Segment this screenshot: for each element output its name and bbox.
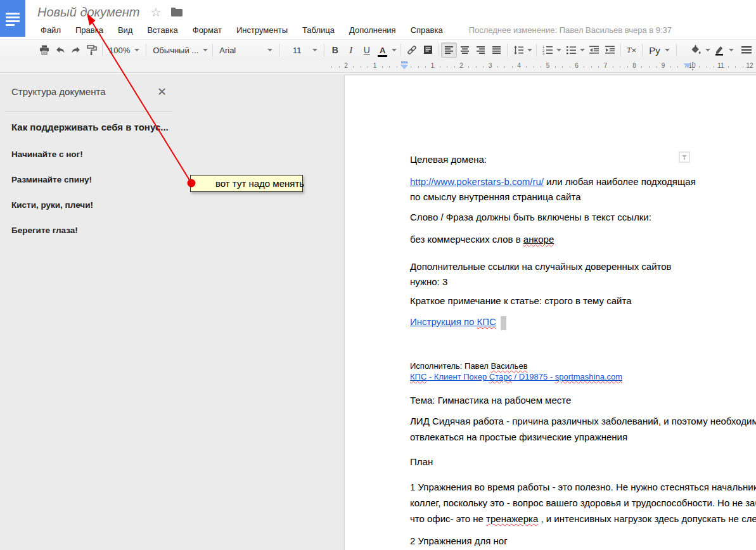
toolbar-separator <box>324 44 324 56</box>
menu-view[interactable]: Вид <box>115 23 136 37</box>
insert-comment-button[interactable] <box>420 42 435 58</box>
toolbar-separator <box>620 44 621 56</box>
font-size-select[interactable]: 11 <box>282 42 321 58</box>
redo-button[interactable] <box>68 42 84 58</box>
menu-help[interactable]: Справка <box>408 23 445 37</box>
decrease-indent-button[interactable] <box>586 42 602 58</box>
chevron-down-icon <box>203 49 208 51</box>
doc-line: отвлекаться на простые физические упражн… <box>410 431 627 444</box>
more-options-button[interactable] <box>739 42 755 58</box>
bold-glyph: B <box>332 45 338 55</box>
menu-tools[interactable]: Инструменты <box>234 23 290 37</box>
collaborator-selection <box>501 316 506 330</box>
text-color-button[interactable]: A <box>375 42 390 58</box>
font-value: Arial <box>219 46 263 55</box>
text-color-icon: A <box>377 46 388 55</box>
print-button[interactable] <box>36 42 52 58</box>
doc-line: по смыслу внутренняя страница сайта <box>410 191 581 203</box>
line-spacing-button[interactable] <box>510 42 526 58</box>
toolbar-separator <box>536 44 537 56</box>
misspelled-word: КПС <box>410 372 426 381</box>
app-header: Новый документ ☆ Файл Правка Вид Вставка… <box>0 0 756 39</box>
insert-link-button[interactable] <box>404 42 420 58</box>
outline-item[interactable]: Берегите глаза! <box>11 226 78 235</box>
line-spacing-dropdown[interactable] <box>526 42 534 58</box>
clear-formatting-button[interactable]: T✕ <box>624 42 639 58</box>
numbered-list-dropdown[interactable] <box>555 42 563 58</box>
highlight-color-button[interactable] <box>712 42 727 58</box>
bulleted-list-dropdown[interactable] <box>579 42 586 58</box>
right-indent-marker[interactable] <box>684 63 691 68</box>
document-title[interactable]: Новый документ <box>37 5 140 20</box>
star-icon[interactable]: ☆ <box>151 6 162 18</box>
numbered-list-button[interactable]: 123 <box>539 42 555 58</box>
first-line-indent-marker[interactable] <box>401 61 407 63</box>
italic-glyph: I <box>349 45 352 56</box>
paint-format-button[interactable] <box>84 42 99 58</box>
chevron-down-icon <box>134 49 139 51</box>
misspelled-word: анкоре <box>523 234 554 245</box>
underline-glyph: U <box>364 45 370 55</box>
doc-line: 1 Упражнения во время работы - это полез… <box>410 481 756 494</box>
folder-icon[interactable] <box>171 8 183 16</box>
outline-item[interactable]: Начинайте с ног! <box>11 150 83 159</box>
doc-line: КПС - Клиент Покер Старс / D19875 - spor… <box>410 371 622 383</box>
menu-insert[interactable]: Вставка <box>144 23 180 37</box>
docs-logo-line <box>6 20 20 22</box>
outline-item[interactable]: Разминайте спину! <box>11 175 92 184</box>
input-tools-button[interactable]: Ру <box>645 42 674 58</box>
doc-line: 2 Упражнения для ног <box>410 535 508 547</box>
highlight-color-dropdown[interactable] <box>727 42 735 58</box>
font-select[interactable]: Arial <box>215 42 276 58</box>
docs-logo[interactable] <box>0 0 25 37</box>
chevron-down-icon <box>527 49 532 51</box>
last-edit-status[interactable]: Последнее изменение: Павел Васильев вчер… <box>469 25 672 35</box>
input-tools-label: Ру <box>649 45 660 56</box>
text-color-dropdown[interactable] <box>390 42 398 58</box>
align-right-button[interactable] <box>473 42 489 58</box>
doc-line: без коммерческих слов в анкоре <box>410 233 554 246</box>
doc-line: Тема: Гимнастика на рабочем месте <box>410 394 571 407</box>
docs-logo-line <box>6 16 20 18</box>
styles-select[interactable]: Обычный ... <box>149 42 210 58</box>
increase-indent-button[interactable] <box>602 42 618 58</box>
undo-button[interactable] <box>52 42 68 58</box>
chevron-down-icon <box>580 49 585 51</box>
align-center-button[interactable] <box>457 42 473 58</box>
doc-line: ЛИД Сидячая работа - причина различных з… <box>410 415 756 428</box>
align-justify-button[interactable] <box>489 42 504 58</box>
editor-area: Структура документа ✕ Как поддерживать с… <box>0 74 756 550</box>
styles-value: Обычный ... <box>153 46 198 55</box>
align-left-button[interactable] <box>441 42 457 58</box>
menu-file[interactable]: Файл <box>38 23 63 37</box>
menu-addons[interactable]: Дополнения <box>347 23 399 37</box>
outline-item[interactable]: Как поддерживать себя в тонус... <box>11 122 169 132</box>
toolbar-separator <box>146 44 146 56</box>
doc-link[interactable]: КПС - Клиент Покер Старс / D19875 - spor… <box>410 372 622 381</box>
embedded-dropdown-icon[interactable] <box>679 151 690 163</box>
misspelled-word: КПС <box>477 316 496 327</box>
indent-guide-line <box>692 62 693 70</box>
doc-link[interactable]: http://www.pokerstars-b.com/ru/ <box>410 176 544 187</box>
bold-button[interactable]: B <box>327 42 343 58</box>
toolbar-separator <box>438 44 439 56</box>
italic-button[interactable]: I <box>343 42 359 58</box>
doc-link[interactable]: Инструкция по КПС <box>410 316 496 327</box>
left-indent-marker[interactable] <box>400 65 408 69</box>
outline-item[interactable]: Кисти, руки, плечи! <box>11 200 93 210</box>
chevron-down-icon <box>556 49 561 51</box>
zoom-select[interactable]: 100% <box>105 42 143 58</box>
misspelled-word: Васильев <box>490 361 527 371</box>
menu-table[interactable]: Таблица <box>300 23 337 37</box>
menu-format[interactable]: Формат <box>190 23 224 37</box>
document-page[interactable]: Целевая домена: http://www.pokerstars-b.… <box>344 75 756 550</box>
close-icon[interactable]: ✕ <box>155 82 169 101</box>
doc-line: Слово / Фраза должны быть включены в тек… <box>410 211 651 224</box>
bulleted-list-button[interactable] <box>563 42 579 58</box>
fill-color-button[interactable] <box>688 42 704 58</box>
fill-color-dropdown[interactable] <box>704 42 712 58</box>
underline-button[interactable]: U <box>359 42 375 58</box>
outline-panel-title: Структура документа <box>11 86 105 97</box>
horizontal-ruler[interactable]: 21123456789101112 <box>0 60 756 73</box>
menu-edit[interactable]: Правка <box>73 23 106 37</box>
